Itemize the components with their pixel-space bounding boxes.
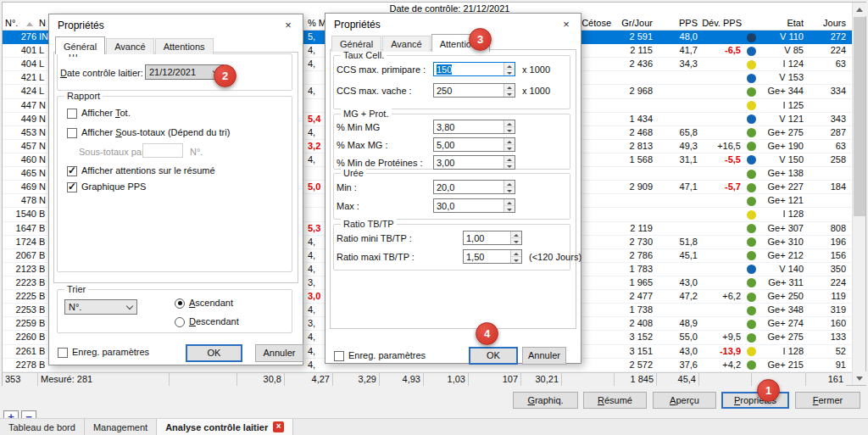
spin-down-icon[interactable] [504, 69, 515, 75]
spin-down-icon[interactable] [504, 126, 515, 133]
afficher-attentions-checkbox[interactable]: Afficher attentions sur le résumé [67, 165, 215, 176]
row-grjour: 2 591 [593, 31, 653, 42]
spin-up-icon[interactable] [511, 250, 521, 256]
sous-totaux-par-input[interactable] [142, 143, 183, 158]
tab-analyse-controle-laitier[interactable]: Analyse contrôle laitier× [157, 419, 293, 435]
column-header-dev-pps[interactable]: Dév. PPS [698, 18, 742, 28]
scrollbar-thumb[interactable] [854, 17, 865, 216]
spinner-buttons[interactable] [510, 250, 521, 263]
status-dot-green-icon [747, 306, 756, 315]
tab-avance[interactable]: Avancé [382, 36, 431, 52]
column-header-numero[interactable]: N°. [5, 18, 18, 28]
min-proteines-spinner[interactable]: 3,00 [433, 155, 515, 170]
ratio-mini-spinner[interactable]: 1,00 [463, 231, 522, 245]
uree-max-spinner[interactable]: 30,0 [433, 198, 515, 213]
dialog-tabs: Général Avancé Attentions [331, 34, 491, 52]
field-value: 5,00 [434, 138, 504, 151]
spin-up-icon[interactable] [504, 120, 515, 126]
enreg-parametres-checkbox[interactable]: Enreg. paramètres [334, 350, 426, 361]
row-number: 447 [3, 100, 36, 110]
spinner-buttons[interactable] [504, 156, 515, 169]
enreg-parametres-checkbox[interactable]: Enreg. paramètres [58, 347, 149, 358]
row-grjour: 2 477 [593, 291, 653, 301]
tab-avance[interactable]: Avancé [106, 38, 154, 54]
spinner-buttons[interactable] [510, 231, 521, 244]
spin-down-icon[interactable] [504, 162, 515, 169]
spin-up-icon[interactable] [504, 156, 515, 162]
close-icon[interactable]: × [281, 19, 295, 31]
row-etat: V 110 [759, 31, 804, 42]
spin-down-icon[interactable] [511, 256, 521, 263]
spin-up-icon[interactable] [504, 181, 515, 187]
column-header-etat[interactable]: Etat [759, 18, 804, 28]
spin-down-icon[interactable] [504, 187, 515, 193]
spin-down-icon[interactable] [504, 90, 515, 97]
column-header-grjour[interactable]: Gr/Jour [593, 18, 653, 28]
column-header-pps[interactable]: PPS [657, 18, 698, 28]
row-dev-pps: -5,7 [700, 181, 741, 192]
spin-up-icon[interactable] [504, 138, 515, 144]
uree-min-spinner[interactable]: 20,0 [433, 180, 515, 194]
spin-up-icon[interactable] [504, 84, 515, 90]
scroll-up-icon[interactable] [853, 3, 866, 16]
ratio-maxi-spinner[interactable]: 1,50 [463, 249, 522, 264]
summary-value: 30,8 [237, 373, 285, 386]
row-grjour: 2 436 [593, 59, 653, 69]
vertical-scrollbar[interactable] [852, 3, 865, 385]
close-icon[interactable]: × [559, 18, 573, 31]
spinner-buttons[interactable] [504, 199, 515, 212]
ok-button[interactable]: OK [469, 347, 518, 365]
spinner-buttons[interactable] [504, 63, 515, 75]
spin-down-icon[interactable] [511, 237, 521, 244]
descendant-radio[interactable]: Descendant [175, 316, 239, 327]
tab-general[interactable]: Général [331, 36, 381, 52]
scroll-down-icon[interactable] [853, 371, 866, 385]
checkbox-label: Afficher Tot. [81, 108, 131, 118]
date-controle-combobox[interactable]: 21/12/2021 [145, 64, 224, 80]
row-jours: 52 [808, 346, 846, 356]
tab-close-icon[interactable]: × [273, 421, 284, 432]
row-number: 449 [3, 114, 36, 124]
afficher-sous-totaux-checkbox[interactable]: Afficher Sous-totaux (Dépend du tri) [67, 127, 230, 138]
ascendant-radio[interactable]: Ascendant [175, 298, 233, 309]
row-pps: 51,8 [657, 237, 698, 247]
row-etat: Ge+ 215 [759, 360, 804, 370]
min-mg-spinner[interactable]: 3,80 [433, 120, 515, 134]
spin-up-icon[interactable] [511, 231, 521, 237]
row-etat: Ge+ 138 [759, 168, 804, 178]
annuler-button[interactable]: Annuler [522, 347, 566, 365]
spinner-buttons[interactable] [504, 84, 515, 97]
afficher-tot-checkbox[interactable]: Afficher Tot. [67, 108, 131, 119]
annuler-button[interactable]: Annuler [255, 344, 303, 362]
summary-value: 3,29 [333, 373, 380, 386]
tab-tableau-de-bord[interactable]: Tableau de bord [0, 419, 85, 435]
spinner-buttons[interactable] [504, 138, 515, 151]
trier-combobox[interactable]: N°. [64, 299, 137, 315]
column-header-pct-fragment[interactable]: % M [308, 18, 326, 28]
spin-down-icon[interactable] [504, 144, 515, 151]
tab-management[interactable]: Management [85, 419, 157, 435]
graphique-pps-checkbox[interactable]: Graphique PPS [67, 181, 146, 192]
graph-button[interactable]: Graphiq. [513, 392, 578, 409]
ccs-primipare-spinner[interactable]: 150 [433, 62, 515, 76]
max-mg-spinner[interactable]: 5,00 [433, 137, 515, 152]
spinner-buttons[interactable] [504, 120, 515, 133]
tab-attentions[interactable]: Attentions [155, 38, 214, 54]
spin-down-icon[interactable] [504, 205, 515, 212]
spin-up-icon[interactable] [504, 63, 515, 69]
checkbox-label: Enreg. paramètres [348, 350, 426, 360]
ccs-vache-spinner[interactable]: 250 [433, 83, 515, 98]
step-badge-3: 3 [469, 28, 492, 51]
row-grjour: 3 151 [593, 346, 653, 356]
trier-value: N°. [69, 302, 81, 312]
tab-general[interactable]: Général [55, 36, 105, 54]
app-window: Date de contrôle: 21/12/2021 N°. N % M C… [0, 0, 868, 435]
apercu-button[interactable]: Aperçu [653, 392, 716, 409]
spinner-buttons[interactable] [504, 181, 515, 193]
ok-button[interactable]: OK [186, 344, 242, 362]
row-etat: Ge+ 227 [759, 181, 804, 192]
spin-up-icon[interactable] [504, 199, 515, 205]
column-header-jours[interactable]: Jours [808, 18, 846, 28]
fermer-button[interactable]: Fermer [795, 392, 860, 409]
resume-button[interactable]: Résumé [583, 392, 647, 409]
